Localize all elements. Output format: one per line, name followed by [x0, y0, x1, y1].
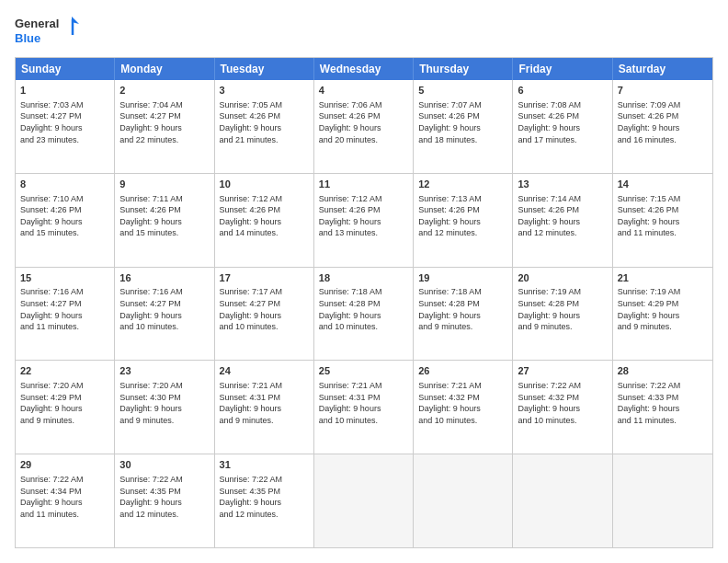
- calendar-row: 1Sunrise: 7:03 AM Sunset: 4:27 PM Daylig…: [16, 80, 712, 173]
- day-number: 1: [20, 84, 109, 98]
- day-number: 15: [20, 271, 109, 285]
- day-info: Sunrise: 7:16 AM Sunset: 4:27 PM Dayligh…: [20, 286, 109, 332]
- calendar-cell: 25Sunrise: 7:21 AM Sunset: 4:31 PM Dayli…: [314, 361, 414, 454]
- day-number: 28: [618, 364, 708, 378]
- day-number: 5: [418, 84, 507, 98]
- calendar-cell: 8Sunrise: 7:10 AM Sunset: 4:26 PM Daylig…: [16, 174, 115, 267]
- svg-text:General: General: [15, 17, 59, 30]
- day-number: 23: [119, 364, 209, 378]
- weekday-header: Monday: [115, 58, 214, 80]
- day-info: Sunrise: 7:05 AM Sunset: 4:26 PM Dayligh…: [220, 99, 309, 145]
- day-info: Sunrise: 7:12 AM Sunset: 4:26 PM Dayligh…: [319, 193, 408, 239]
- header: General Blue: [15, 15, 713, 48]
- day-number: 3: [220, 84, 309, 98]
- weekday-header: Friday: [513, 58, 612, 80]
- calendar-cell: 19Sunrise: 7:18 AM Sunset: 4:28 PM Dayli…: [414, 268, 513, 361]
- day-info: Sunrise: 7:18 AM Sunset: 4:28 PM Dayligh…: [319, 286, 408, 332]
- day-number: 12: [418, 178, 507, 191]
- day-number: 19: [418, 271, 507, 285]
- calendar-cell: 7Sunrise: 7:09 AM Sunset: 4:26 PM Daylig…: [613, 80, 712, 173]
- calendar-cell: [314, 454, 414, 547]
- calendar-body: 1Sunrise: 7:03 AM Sunset: 4:27 PM Daylig…: [16, 80, 712, 547]
- day-info: Sunrise: 7:11 AM Sunset: 4:26 PM Dayligh…: [119, 193, 209, 239]
- weekday-header: Wednesday: [314, 58, 414, 80]
- day-info: Sunrise: 7:19 AM Sunset: 4:28 PM Dayligh…: [518, 286, 607, 332]
- calendar-cell: 5Sunrise: 7:07 AM Sunset: 4:26 PM Daylig…: [414, 80, 513, 173]
- weekday-header: Saturday: [613, 58, 712, 80]
- calendar-cell: [613, 454, 712, 547]
- calendar: SundayMondayTuesdayWednesdayThursdayFrid…: [15, 57, 713, 548]
- day-info: Sunrise: 7:20 AM Sunset: 4:30 PM Dayligh…: [119, 380, 209, 426]
- day-info: Sunrise: 7:09 AM Sunset: 4:26 PM Dayligh…: [618, 99, 708, 145]
- calendar-cell: 15Sunrise: 7:16 AM Sunset: 4:27 PM Dayli…: [16, 268, 115, 361]
- calendar-cell: 2Sunrise: 7:04 AM Sunset: 4:27 PM Daylig…: [115, 80, 214, 173]
- day-number: 25: [319, 364, 408, 378]
- calendar-row: 8Sunrise: 7:10 AM Sunset: 4:26 PM Daylig…: [16, 173, 712, 267]
- weekday-header: Thursday: [414, 58, 513, 80]
- day-number: 8: [20, 178, 109, 191]
- day-number: 7: [618, 84, 708, 98]
- day-info: Sunrise: 7:13 AM Sunset: 4:26 PM Dayligh…: [418, 193, 507, 239]
- day-info: Sunrise: 7:21 AM Sunset: 4:31 PM Dayligh…: [319, 380, 408, 426]
- calendar-cell: 27Sunrise: 7:22 AM Sunset: 4:32 PM Dayli…: [513, 361, 612, 454]
- day-info: Sunrise: 7:06 AM Sunset: 4:26 PM Dayligh…: [319, 99, 408, 145]
- day-info: Sunrise: 7:22 AM Sunset: 4:34 PM Dayligh…: [20, 474, 109, 520]
- calendar-cell: 12Sunrise: 7:13 AM Sunset: 4:26 PM Dayli…: [414, 174, 513, 267]
- calendar-cell: 29Sunrise: 7:22 AM Sunset: 4:34 PM Dayli…: [16, 454, 115, 547]
- calendar-cell: 28Sunrise: 7:22 AM Sunset: 4:33 PM Dayli…: [613, 361, 712, 454]
- day-info: Sunrise: 7:07 AM Sunset: 4:26 PM Dayligh…: [418, 99, 507, 145]
- day-info: Sunrise: 7:04 AM Sunset: 4:27 PM Dayligh…: [119, 99, 209, 145]
- calendar-cell: [414, 454, 513, 547]
- day-info: Sunrise: 7:16 AM Sunset: 4:27 PM Dayligh…: [119, 286, 209, 332]
- weekday-header: Tuesday: [215, 58, 314, 80]
- calendar-cell: 22Sunrise: 7:20 AM Sunset: 4:29 PM Dayli…: [16, 361, 115, 454]
- day-info: Sunrise: 7:14 AM Sunset: 4:26 PM Dayligh…: [518, 193, 607, 239]
- day-number: 29: [20, 458, 109, 472]
- day-number: 20: [518, 271, 607, 285]
- calendar-header: SundayMondayTuesdayWednesdayThursdayFrid…: [16, 58, 712, 80]
- weekday-header: Sunday: [16, 58, 115, 80]
- calendar-cell: 4Sunrise: 7:06 AM Sunset: 4:26 PM Daylig…: [314, 80, 414, 173]
- day-info: Sunrise: 7:17 AM Sunset: 4:27 PM Dayligh…: [220, 286, 309, 332]
- calendar-cell: 17Sunrise: 7:17 AM Sunset: 4:27 PM Dayli…: [215, 268, 314, 361]
- day-number: 13: [518, 178, 607, 191]
- calendar-cell: 24Sunrise: 7:21 AM Sunset: 4:31 PM Dayli…: [215, 361, 314, 454]
- day-number: 10: [220, 178, 309, 191]
- calendar-cell: 16Sunrise: 7:16 AM Sunset: 4:27 PM Dayli…: [115, 268, 214, 361]
- logo-svg: General Blue: [15, 15, 79, 48]
- day-number: 17: [220, 271, 309, 285]
- calendar-cell: [513, 454, 612, 547]
- logo: General Blue: [15, 15, 79, 48]
- calendar-cell: 18Sunrise: 7:18 AM Sunset: 4:28 PM Dayli…: [314, 268, 414, 361]
- day-info: Sunrise: 7:12 AM Sunset: 4:26 PM Dayligh…: [220, 193, 309, 239]
- day-number: 18: [319, 271, 408, 285]
- day-number: 11: [319, 178, 408, 191]
- calendar-cell: 30Sunrise: 7:22 AM Sunset: 4:35 PM Dayli…: [115, 454, 214, 547]
- day-number: 16: [119, 271, 209, 285]
- day-number: 22: [20, 364, 109, 378]
- day-number: 9: [119, 178, 209, 191]
- day-number: 4: [319, 84, 408, 98]
- day-info: Sunrise: 7:22 AM Sunset: 4:33 PM Dayligh…: [618, 380, 708, 426]
- day-number: 21: [618, 271, 708, 285]
- day-number: 24: [220, 364, 309, 378]
- day-info: Sunrise: 7:03 AM Sunset: 4:27 PM Dayligh…: [20, 99, 109, 145]
- calendar-cell: 10Sunrise: 7:12 AM Sunset: 4:26 PM Dayli…: [215, 174, 314, 267]
- day-info: Sunrise: 7:10 AM Sunset: 4:26 PM Dayligh…: [20, 193, 109, 239]
- calendar-cell: 21Sunrise: 7:19 AM Sunset: 4:29 PM Dayli…: [613, 268, 712, 361]
- calendar-cell: 13Sunrise: 7:14 AM Sunset: 4:26 PM Dayli…: [513, 174, 612, 267]
- calendar-cell: 11Sunrise: 7:12 AM Sunset: 4:26 PM Dayli…: [314, 174, 414, 267]
- calendar-row: 29Sunrise: 7:22 AM Sunset: 4:34 PM Dayli…: [16, 454, 712, 547]
- day-info: Sunrise: 7:19 AM Sunset: 4:29 PM Dayligh…: [618, 286, 708, 332]
- day-number: 27: [518, 364, 607, 378]
- day-info: Sunrise: 7:18 AM Sunset: 4:28 PM Dayligh…: [418, 286, 507, 332]
- calendar-cell: 3Sunrise: 7:05 AM Sunset: 4:26 PM Daylig…: [215, 80, 314, 173]
- page: General Blue SundayMondayTuesdayWednesda…: [0, 0, 728, 563]
- calendar-cell: 6Sunrise: 7:08 AM Sunset: 4:26 PM Daylig…: [513, 80, 612, 173]
- calendar-cell: 14Sunrise: 7:15 AM Sunset: 4:26 PM Dayli…: [613, 174, 712, 267]
- day-info: Sunrise: 7:22 AM Sunset: 4:35 PM Dayligh…: [119, 474, 209, 520]
- day-info: Sunrise: 7:15 AM Sunset: 4:26 PM Dayligh…: [618, 193, 708, 239]
- calendar-cell: 20Sunrise: 7:19 AM Sunset: 4:28 PM Dayli…: [513, 268, 612, 361]
- day-info: Sunrise: 7:21 AM Sunset: 4:31 PM Dayligh…: [220, 380, 309, 426]
- calendar-row: 22Sunrise: 7:20 AM Sunset: 4:29 PM Dayli…: [16, 360, 712, 454]
